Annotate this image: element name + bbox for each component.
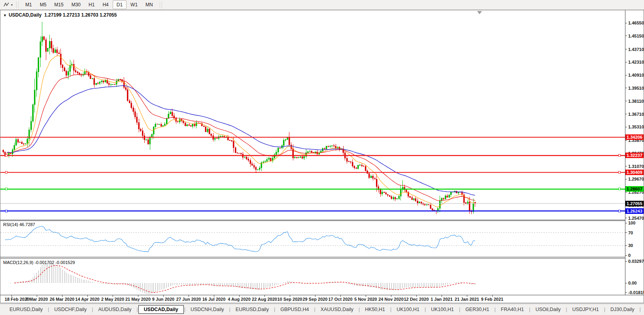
macd-indicator-canvas[interactable]: [0, 258, 625, 295]
tab-separator: |: [48, 307, 49, 312]
chart-tab-usoil-daily[interactable]: USOil,Daily: [531, 305, 565, 314]
ma-line-slow: [7, 86, 475, 195]
line-handle[interactable]: [5, 188, 8, 190]
chart-mode-dropdown-icon[interactable]: ▾: [11, 3, 13, 7]
price-axis-label: 1.46550: [628, 21, 644, 25]
line-handle[interactable]: [5, 171, 8, 174]
tab-separator: |: [359, 307, 360, 312]
panel-splitter[interactable]: [0, 220, 625, 220]
rsi-line: [5, 226, 475, 252]
rsi-label: RSI(14) 46.7287: [3, 222, 35, 227]
rsi-axis-label: 70: [628, 230, 633, 235]
current-price-label: 1.27055: [625, 201, 644, 206]
timeframe-button-m1[interactable]: M1: [21, 0, 36, 9]
rsi-axis-label: 100: [628, 221, 635, 225]
tab-separator: |: [566, 307, 567, 312]
tab-separator: |: [459, 307, 460, 312]
price-axis-label: 1.45150: [628, 34, 644, 38]
price-axis-label: 1.42310: [628, 60, 644, 64]
price-axis-label: 1.29670: [628, 177, 644, 181]
rsi-indicator-canvas[interactable]: [0, 221, 625, 257]
tab-separator: |: [137, 307, 138, 312]
chart-tab-china300-h1[interactable]: CHINA300,H1: [641, 305, 644, 314]
line-handle[interactable]: [5, 154, 8, 157]
macd-histogram: [9, 263, 475, 294]
rsi-axis-label: 30: [628, 243, 633, 248]
chart-tab-usdjpy-h1[interactable]: USDJPY,H1: [568, 305, 604, 314]
chart-tab-fra40-h1[interactable]: FRA40,H1: [496, 305, 529, 314]
chart-mode-icon[interactable]: [2, 1, 11, 8]
chart-tab-eurusd-daily[interactable]: EURUSD,Daily: [231, 305, 274, 314]
panel-splitter[interactable]: [0, 258, 625, 258]
chart-shift-marker-icon[interactable]: [477, 11, 482, 14]
tab-separator: |: [639, 307, 640, 312]
timeframe-button-m15[interactable]: M15: [50, 0, 67, 9]
line-handle[interactable]: [618, 154, 621, 157]
hline-price-label[interactable]: 1.32237: [625, 153, 644, 158]
line-handle[interactable]: [618, 171, 621, 174]
rsi-axis-label: 0: [628, 253, 631, 258]
rsi-name: RSI(14): [3, 222, 18, 227]
time-axis-line: [0, 295, 644, 295]
hline-price-label[interactable]: 1.30409: [625, 170, 644, 175]
chart-tab-gbpusd-h4[interactable]: GBPUSD,H4: [276, 305, 314, 314]
tab-separator: |: [390, 307, 391, 312]
chart-symbol-label: USDCAD,Daily: [9, 12, 42, 18]
line-handle[interactable]: [618, 188, 621, 190]
tab-separator: |: [229, 307, 230, 312]
chart-tab-xauusd-daily[interactable]: XAUUSD,Daily: [316, 305, 358, 314]
timeframe-button-m30[interactable]: M30: [68, 0, 85, 9]
hline-price-label[interactable]: 1.26243: [625, 208, 644, 214]
timeframe-button-h1[interactable]: H1: [85, 0, 98, 9]
chart-tab-ger30-h1[interactable]: GER30,H1: [461, 305, 494, 314]
rsi-value: 46.7287: [19, 222, 35, 227]
timeframe-button-mn[interactable]: MN: [142, 0, 157, 9]
timeframe-button-h4[interactable]: H4: [98, 0, 112, 9]
date-axis-label: 9 Feb 2021: [476, 297, 509, 302]
chart-tab-uk100-h1[interactable]: UK100,H1: [426, 305, 459, 314]
tab-separator: |: [274, 307, 275, 312]
price-axis-label: 1.40910: [628, 73, 644, 77]
candles: [3, 22, 476, 214]
macd-values: -0.001702 -0.001529: [34, 260, 75, 265]
tab-separator: |: [184, 307, 185, 312]
price-axis-label: 1.38110: [628, 99, 644, 104]
chart-title: ▼USDCAD,Daily 1.27199 1.27213 1.26703 1.…: [3, 12, 117, 18]
chart-tab-dj30-daily[interactable]: DJ30,Daily: [606, 305, 639, 314]
chart-tab-usdchf-daily[interactable]: USDCHF,Daily: [49, 305, 91, 314]
chart-collapse-icon[interactable]: ▼: [3, 13, 7, 17]
macd-axis-label: -0.018154: [628, 290, 644, 295]
price-chart-canvas[interactable]: [0, 10, 625, 220]
chart-ohlc-values: 1.27199 1.27213 1.26703 1.27055: [44, 12, 117, 18]
panel-splitter[interactable]: [0, 221, 625, 221]
chart-tab-uk100-h1[interactable]: UK100,H1: [392, 305, 424, 314]
price-axis-label: 1.36710: [628, 112, 644, 117]
timeframe-button-w1[interactable]: W1: [127, 0, 142, 9]
chart-tab-bar: EURUSD,Daily|USDCHF,Daily|AUDUSD,Daily|U…: [0, 304, 644, 315]
chart-tab-usdcad-daily[interactable]: USDCAD,Daily: [138, 305, 184, 314]
toolbar-grip[interactable]: [16, 2, 19, 8]
tab-separator: |: [529, 307, 530, 312]
macd-axis-label: 0.00: [628, 281, 636, 285]
tab-separator: |: [425, 307, 426, 312]
chart-tab-eurusd-daily[interactable]: EURUSD,Daily: [5, 305, 47, 314]
chart-tab-audusd-daily[interactable]: AUDUSD,Daily: [94, 305, 136, 314]
panel-splitter[interactable]: [0, 257, 625, 257]
tab-separator: |: [92, 307, 93, 312]
line-handle[interactable]: [618, 210, 621, 212]
hline-price-label[interactable]: 1.28607: [625, 186, 644, 192]
price-axis-label: 1.39510: [628, 86, 644, 91]
price-axis-label: 1.35310: [628, 124, 644, 129]
timeframe-button-d1[interactable]: D1: [113, 0, 127, 9]
toolbar-grip[interactable]: [160, 2, 162, 8]
hline-price-label[interactable]: 1.34206: [625, 134, 644, 140]
timeframe-button-m5[interactable]: M5: [36, 0, 51, 9]
macd-name: MACD(12,26,9): [3, 260, 33, 265]
price-axis-label: 1.43710: [628, 47, 644, 52]
chart-tab-hk50-h1[interactable]: HK50,H1: [360, 305, 390, 314]
tab-separator: |: [495, 307, 496, 312]
price-axis-label: 1.25470: [628, 216, 644, 221]
ma-line-fast: [7, 56, 475, 207]
line-handle[interactable]: [5, 210, 8, 212]
chart-tab-usdcnh-daily[interactable]: USDCNH,Daily: [186, 305, 229, 314]
